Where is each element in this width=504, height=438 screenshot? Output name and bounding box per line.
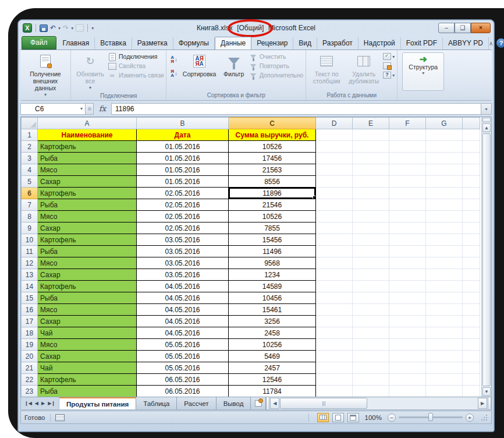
cell-empty[interactable]: [316, 362, 353, 374]
cell-empty[interactable]: [316, 222, 353, 234]
cell-date[interactable]: 05.05.2016: [137, 339, 229, 351]
ribbon-tab-foxit-pdf[interactable]: Foxit PDF: [401, 37, 443, 50]
ribbon-tab-рецензир[interactable]: Рецензир: [251, 37, 293, 50]
cell-sum[interactable]: 14589: [229, 281, 316, 292]
row-header-19[interactable]: 19: [22, 339, 38, 351]
edit-links-button[interactable]: ∞ Изменить связи: [108, 72, 164, 79]
cell-empty[interactable]: [463, 362, 480, 374]
cell-empty[interactable]: [389, 327, 426, 339]
cell-date[interactable]: 04.05.2016: [137, 292, 229, 304]
cell-empty[interactable]: [463, 339, 480, 351]
cell-name[interactable]: Сахар: [38, 316, 137, 327]
last-sheet-icon[interactable]: ▶❙: [47, 401, 56, 406]
cell-sum[interactable]: 10456: [229, 292, 316, 304]
cell-name[interactable]: Картофель: [38, 281, 137, 292]
cell-empty[interactable]: [353, 304, 389, 316]
cell-sum[interactable]: 1234: [229, 269, 316, 281]
macro-record-icon[interactable]: [55, 414, 65, 421]
ribbon-tab-данные[interactable]: Данные: [215, 37, 251, 50]
cell-empty[interactable]: [316, 141, 353, 153]
row-header-6[interactable]: 6: [22, 188, 38, 199]
sheet-tab-таблица[interactable]: Таблица: [136, 397, 177, 409]
cell-name[interactable]: Сахар: [38, 269, 137, 281]
cell-name[interactable]: Сахар: [38, 176, 137, 188]
name-box-dropdown-icon[interactable]: ▾: [80, 106, 83, 111]
page-layout-view-button[interactable]: [332, 413, 344, 422]
row-header-17[interactable]: 17: [22, 316, 38, 327]
excel-logo-icon[interactable]: X: [23, 23, 32, 33]
cell-empty[interactable]: [389, 374, 426, 386]
save-icon[interactable]: [40, 24, 48, 32]
cell-name[interactable]: Сахар: [38, 222, 137, 234]
cell-empty[interactable]: [426, 164, 463, 176]
minimize-button[interactable]: –: [438, 23, 455, 33]
cell-empty[interactable]: [426, 362, 463, 374]
cell-date[interactable]: 04.05.2016: [137, 281, 229, 292]
column-header-G[interactable]: G: [426, 118, 463, 129]
cell-name[interactable]: Рыба: [38, 386, 137, 397]
cell-empty[interactable]: [463, 129, 480, 141]
column-header-B[interactable]: B: [137, 118, 229, 129]
redo-dropdown-icon[interactable]: ▾: [71, 26, 73, 31]
row-header-2[interactable]: 2: [22, 141, 38, 153]
cell-empty[interactable]: [353, 129, 389, 141]
cell-empty[interactable]: [389, 386, 426, 397]
cell-name[interactable]: Рыба: [38, 199, 137, 211]
cell-empty[interactable]: [389, 351, 426, 362]
cell-empty[interactable]: [426, 222, 463, 234]
row-header-12[interactable]: 12: [22, 257, 38, 269]
cell-empty[interactable]: [316, 374, 353, 386]
cell-empty[interactable]: [389, 141, 426, 153]
cell-empty[interactable]: [463, 222, 480, 234]
cell-empty[interactable]: [353, 386, 389, 397]
column-header-E[interactable]: E: [353, 118, 389, 129]
close-button[interactable]: ×: [471, 23, 491, 33]
zoom-track[interactable]: [399, 416, 463, 418]
cell-empty[interactable]: [463, 374, 480, 386]
undo-dropdown-icon[interactable]: ▾: [58, 26, 61, 31]
cell-empty[interactable]: [463, 292, 480, 304]
cell-empty[interactable]: [463, 316, 480, 327]
cell-empty[interactable]: [316, 211, 353, 222]
horizontal-scroll-thumb[interactable]: [280, 398, 367, 409]
cell-sum[interactable]: 15456: [229, 234, 316, 246]
cell-empty[interactable]: [463, 211, 480, 222]
cell-empty[interactable]: [353, 188, 389, 199]
cell-empty[interactable]: [389, 257, 426, 269]
outline-button[interactable]: ➜ Структура ▾: [402, 52, 444, 91]
cell-empty[interactable]: [353, 316, 389, 327]
cell-empty[interactable]: [389, 164, 426, 176]
cell-empty[interactable]: [316, 188, 353, 199]
cell-name[interactable]: Мясо: [38, 304, 137, 316]
connections-button[interactable]: Подключения: [108, 53, 164, 61]
cell-name[interactable]: Чай: [38, 362, 137, 374]
cell-empty[interactable]: [353, 257, 389, 269]
cell-empty[interactable]: [426, 386, 463, 397]
cell-date[interactable]: 02.05.2016: [137, 188, 229, 199]
row-header-18[interactable]: 18: [22, 327, 38, 339]
cell-empty[interactable]: [463, 164, 480, 176]
cell-empty[interactable]: [316, 327, 353, 339]
column-header-C[interactable]: C: [229, 118, 316, 129]
ribbon-tab-формулы[interactable]: Формулы: [173, 37, 215, 50]
insert-worksheet-button[interactable]: [251, 397, 266, 409]
cell-empty[interactable]: [316, 234, 353, 246]
text-to-columns-button[interactable]: Текст по столбцам: [308, 52, 345, 91]
ribbon-tab-вставка[interactable]: Вставка: [95, 37, 132, 50]
sort-descending-button[interactable]: ЯА↓: [169, 68, 179, 79]
cell-date[interactable]: 03.05.2016: [137, 234, 229, 246]
cell-empty[interactable]: [426, 257, 463, 269]
advanced-filter-button[interactable]: Дополнительно: [249, 72, 304, 79]
cell-empty[interactable]: [316, 199, 353, 211]
cell-empty[interactable]: [353, 362, 389, 374]
row-header-20[interactable]: 20: [22, 351, 38, 362]
header-cell[interactable]: Дата: [137, 129, 229, 141]
row-header-8[interactable]: 8: [22, 211, 38, 222]
row-header-16[interactable]: 16: [22, 304, 38, 316]
scroll-up-icon[interactable]: ▲: [482, 123, 491, 132]
cell-empty[interactable]: [353, 269, 389, 281]
cell-empty[interactable]: [389, 316, 426, 327]
cell-empty[interactable]: [353, 292, 389, 304]
undo-icon[interactable]: ↶: [50, 23, 56, 33]
cell-empty[interactable]: [389, 339, 426, 351]
